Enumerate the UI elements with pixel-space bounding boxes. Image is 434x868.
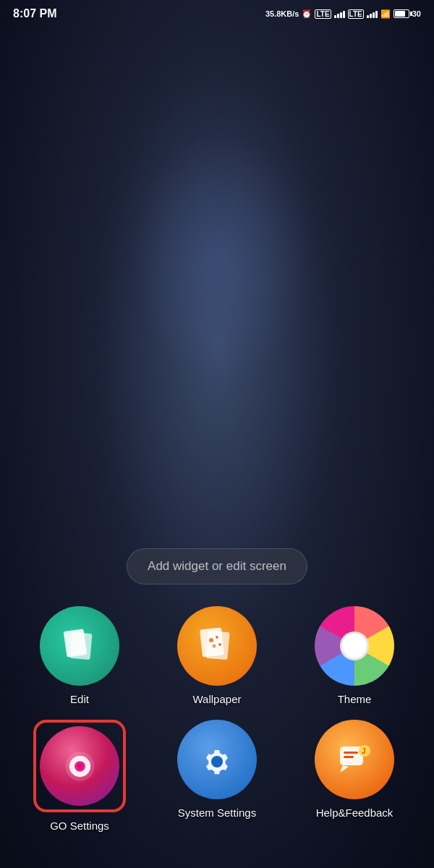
selected-border — [33, 720, 126, 812]
svg-rect-3 — [205, 631, 229, 660]
status-bar: 8:07 PM 35.8KB/s ⏰ LTE LTE 📶 30 — [0, 0, 434, 25]
theme-label: Theme — [338, 693, 372, 705]
battery-icon — [393, 9, 409, 18]
svg-point-11 — [77, 763, 82, 768]
theme-icon — [315, 606, 394, 686]
add-widget-button[interactable]: Add widget or edit screen — [127, 548, 307, 584]
go-settings-icon — [40, 726, 119, 806]
svg-point-5 — [216, 636, 218, 639]
system-settings-label: System Settings — [178, 807, 256, 819]
svg-text:J: J — [362, 747, 366, 755]
wallpaper-icon — [177, 606, 257, 686]
svg-point-12 — [211, 756, 223, 767]
app-item-theme[interactable]: Theme — [289, 606, 420, 705]
signal-bars-1 — [334, 9, 345, 18]
app-item-edit[interactable]: Edit — [14, 606, 145, 705]
app-item-system-settings[interactable]: System Settings — [152, 720, 282, 832]
lte-icon-1: LTE — [315, 9, 331, 19]
svg-point-7 — [218, 643, 221, 646]
svg-point-6 — [213, 644, 216, 648]
lte-icon-2: LTE — [348, 9, 364, 19]
signal-bars-2 — [367, 9, 378, 18]
alarm-icon: ⏰ — [302, 9, 312, 19]
wallpaper-label: Wallpaper — [193, 693, 242, 705]
theme-icon-inner — [340, 631, 369, 660]
app-item-help[interactable]: J Help&Feedback — [289, 720, 420, 832]
status-right: 35.8KB/s ⏰ LTE LTE 📶 30 — [265, 9, 421, 19]
svg-marker-14 — [340, 765, 349, 773]
wallpaper-icon-svg — [195, 624, 239, 668]
svg-rect-16 — [344, 756, 354, 758]
app-item-go-settings[interactable]: GO Settings — [14, 720, 145, 832]
battery-level: 30 — [412, 9, 421, 18]
wifi-icon: 📶 — [380, 9, 391, 19]
network-speed: 35.8KB/s — [265, 9, 299, 18]
help-icon-svg: J — [333, 738, 376, 781]
system-settings-icon-svg — [195, 738, 239, 781]
main-content: Add widget or edit screen Edit — [0, 548, 434, 868]
svg-point-4 — [209, 638, 213, 642]
go-settings-icon-svg — [60, 746, 100, 786]
help-icon: J — [315, 720, 394, 799]
go-settings-label: GO Settings — [50, 820, 109, 832]
add-widget-label: Add widget or edit screen — [148, 559, 286, 573]
edit-label: Edit — [70, 693, 89, 705]
edit-icon-svg — [58, 624, 101, 668]
edit-icon — [40, 606, 119, 686]
system-settings-icon — [177, 720, 257, 799]
svg-rect-15 — [344, 752, 358, 754]
help-label: Help&Feedback — [316, 807, 393, 819]
status-time: 8:07 PM — [13, 7, 56, 20]
app-grid: Edit Wallpaper — [0, 606, 434, 839]
svg-rect-1 — [69, 632, 92, 660]
app-item-wallpaper[interactable]: Wallpaper — [152, 606, 282, 705]
